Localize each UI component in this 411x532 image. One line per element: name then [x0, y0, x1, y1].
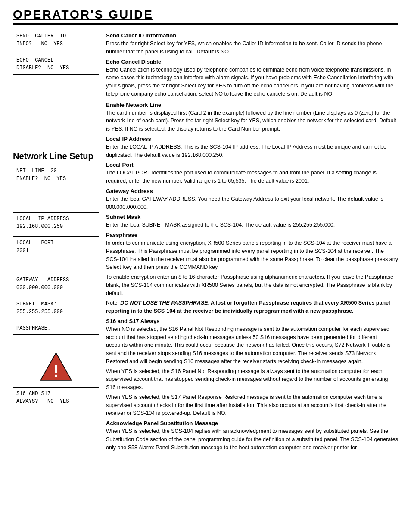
local-ip-text: Enter the LOCAL IP ADDRESS. This is the …: [106, 143, 398, 159]
enable-network-line-title: Enable Network Line: [106, 102, 398, 108]
enable-network-line-text: The card number is displayed first (Card…: [106, 109, 398, 133]
local-ip-title: Local IP Address: [106, 136, 398, 142]
page-title: OPERATOR'S GUIDE: [13, 8, 398, 22]
s16-s17-text-3: When YES is selected, the S17 Panel Resp…: [106, 393, 398, 417]
passphrase-note: Note: DO NOT LOSE THE PASSPHRASE. A lost…: [106, 299, 398, 315]
page: OPERATOR'S GUIDE SEND CALLER ID INFO? NO…: [0, 0, 411, 532]
echo-cancel-section: Echo Cancel Disable Echo Cancellation is…: [106, 59, 398, 98]
ack-sub-text: When YES is selected, the SCS-104 replie…: [106, 427, 398, 451]
send-caller-id-section: Send Caller ID Information Press the far…: [106, 32, 398, 56]
s16-s17-display: S16 AND S17 ALWAYS? NO YES: [13, 387, 99, 408]
subnet-text: Enter the local SUBNET MASK assigned to …: [106, 221, 398, 229]
ack-sub-section: Acknowledge Panel Substitution Message W…: [106, 420, 398, 451]
local-port-section: Local Port The LOCAL PORT identifies the…: [106, 162, 398, 185]
warning-icon: !: [39, 349, 73, 384]
s16-s17-text-1: When NO is selected, the S16 Panel Not R…: [106, 325, 398, 366]
gateway-display: GATEWAY ADDRESS 000.000.000.000: [13, 274, 99, 294]
page-header: OPERATOR'S GUIDE: [13, 8, 398, 25]
send-caller-id-text: Press the far right Select key for YES, …: [106, 40, 398, 56]
local-port-text: The LOCAL PORT identifies the port used …: [106, 169, 398, 185]
local-ip-display: LOCAL IP ADDRESS 192.168.000.250: [13, 212, 99, 233]
ack-sub-title: Acknowledge Panel Substitution Message: [106, 420, 398, 426]
passphrase-title: Passphrase: [106, 232, 398, 238]
echo-cancel-title: Echo Cancel Disable: [106, 59, 398, 65]
gateway-section: Gateway Address Enter the local GATEWAY …: [106, 188, 398, 212]
local-ip-section: Local IP Address Enter the LOCAL IP ADDR…: [106, 136, 398, 159]
echo-cancel-display: ECHO CANCEL DISABLE? NO YES: [13, 54, 99, 75]
enable-network-line-section: Enable Network Line The card number is d…: [106, 102, 398, 133]
passphrase-text-1: In order to communicate using encryption…: [106, 239, 398, 271]
right-column: Send Caller ID Information Press the far…: [106, 30, 398, 532]
passphrase-text-2: To enable encryption enter an 8 to 16-ch…: [106, 273, 398, 297]
s16-s17-title: S16 and S17 Always: [106, 318, 398, 324]
left-column: SEND CALLER ID INFO? NO YES ECHO CANCEL …: [13, 30, 99, 532]
send-caller-id-title: Send Caller ID Information: [106, 32, 398, 39]
local-port-display: LOCAL PORT 2001: [13, 236, 99, 257]
subnet-display: SUBNET MASK: 255.255.255.000: [13, 298, 99, 318]
svg-text:!: !: [53, 362, 59, 380]
local-port-title: Local Port: [106, 162, 398, 168]
subnet-section: Subnet Mask Enter the local SUBNET MASK …: [106, 214, 398, 229]
passphrase-display: PASSPHRASE:: [13, 322, 99, 335]
s16-s17-text-2: When YES is selected, the S16 Panel Not …: [106, 367, 398, 392]
net-line-display: NET LINE 20 ENABLE? NO YES: [13, 165, 99, 185]
gateway-title: Gateway Address: [106, 188, 398, 194]
subnet-title: Subnet Mask: [106, 214, 398, 220]
echo-cancel-text: Echo Cancellation is technology used by …: [106, 66, 398, 98]
passphrase-section: Passphrase In order to communicate using…: [106, 232, 398, 315]
send-caller-id-display: SEND CALLER ID INFO? NO YES: [13, 30, 99, 50]
s16-s17-section: S16 and S17 Always When NO is selected, …: [106, 318, 398, 417]
network-line-setup-title: Network Line Setup: [13, 151, 99, 161]
gateway-text: Enter the local GATEWAY ADDRESS. You nee…: [106, 195, 398, 212]
content-area: SEND CALLER ID INFO? NO YES ECHO CANCEL …: [13, 30, 398, 532]
